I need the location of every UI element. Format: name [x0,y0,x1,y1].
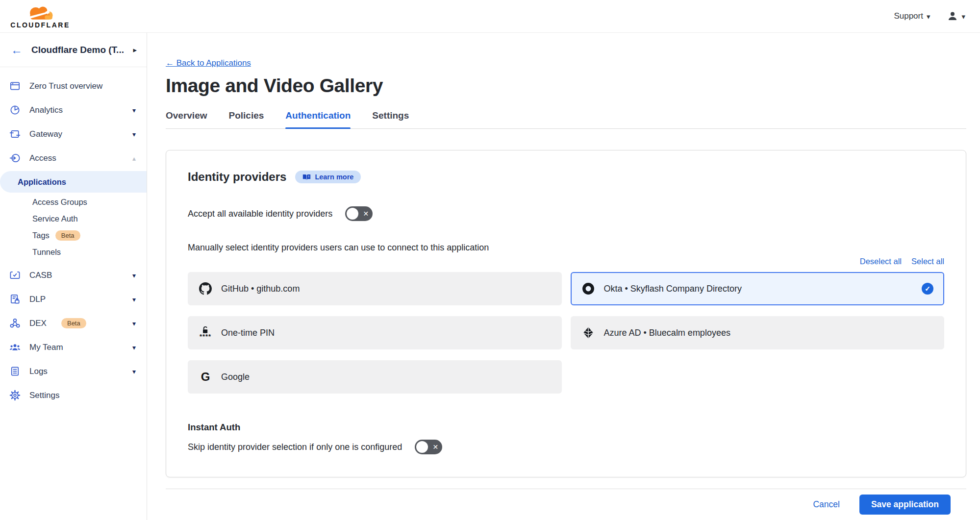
tab-policies[interactable]: Policies [229,110,264,128]
sidebar-item-label: Access [29,153,56,163]
support-menu[interactable]: Support ▾ [894,11,930,21]
card-header: Identity providers Learn more [188,170,944,184]
gear-icon [9,390,21,401]
learn-more-button[interactable]: Learn more [295,171,361,183]
chevron-down-icon: ▾ [132,272,136,279]
chevron-down-icon: ▾ [132,320,136,327]
idp-tile-github[interactable]: GitHub • github.com [188,272,562,305]
beta-badge: Beta [55,230,80,241]
toggle-off-icon: ✕ [363,210,369,217]
access-icon [9,152,21,164]
window-icon [9,80,21,92]
user-menu[interactable]: ▾ [947,10,965,22]
sidebar-item-label: My Team [29,343,63,352]
sidebar-item-label: Tags [32,231,50,240]
save-application-button[interactable]: Save application [859,495,951,515]
tab-settings[interactable]: Settings [372,110,409,128]
idp-label: Azure AD • Bluecalm employees [604,328,730,338]
sidebar-item-label: DLP [29,295,46,304]
sidebar-item-logs[interactable]: Logs ▾ [0,359,147,383]
back-to-applications-link[interactable]: ← Back to Applications [166,58,251,68]
idp-tile-google[interactable]: G Google [188,360,562,394]
idp-label: Google [221,372,250,382]
idp-label: GitHub • github.com [221,284,300,294]
sidebar-item-label: Zero Trust overview [29,81,102,91]
sidebar-item-my-team[interactable]: My Team ▾ [0,335,147,359]
sidebar-item-analytics[interactable]: Analytics ▾ [0,98,147,122]
okta-icon [581,282,595,295]
access-subnav: Applications Access Groups Service Auth … [0,171,147,260]
accept-all-label: Accept all available identity providers [188,209,332,219]
sidebar-item-label: Access Groups [32,198,87,207]
identity-provider-grid: GitHub • github.com Okta • Skyflash Comp… [188,272,944,394]
analytics-icon [9,104,21,116]
azure-ad-icon [581,326,595,339]
sidebar-item-label: Gateway [29,129,62,139]
sidebar-item-zero-trust-overview[interactable]: Zero Trust overview [0,74,147,98]
pin-stars: **** [200,333,211,340]
casb-icon [9,270,21,281]
sidebar: ← Cloudflare Demo (T... ▸ Zero Trust ove… [0,33,147,520]
support-label: Support [894,11,923,21]
sidebar-item-tunnels[interactable]: Tunnels [15,244,147,260]
sidebar-item-access[interactable]: Access ▴ [0,146,147,170]
instant-auth-label: Skip identity provider selection if only… [188,442,402,452]
chevron-up-icon: ▴ [132,154,136,162]
accept-all-row: Accept all available identity providers … [188,206,944,221]
select-all-link[interactable]: Select all [911,257,944,266]
cloudflare-logo[interactable]: CLOUDFLARE [9,4,72,29]
chevron-down-icon: ▾ [132,344,136,351]
sidebar-item-tags[interactable]: Tags Beta [15,227,147,244]
idp-tile-azure-ad[interactable]: Azure AD • Bluecalm employees [571,316,945,349]
tab-bar: Overview Policies Authentication Setting… [166,110,966,129]
toggle-knob [347,208,358,220]
user-icon [947,10,958,22]
sidebar-nav: Zero Trust overview Analytics ▾ Gateway [0,67,147,407]
chevron-down-icon: ▾ [132,130,136,138]
team-icon [9,342,21,353]
logo-wordmark: CLOUDFLARE [10,21,70,29]
chevron-right-icon[interactable]: ▸ [133,46,137,54]
chevron-down-icon: ▾ [132,368,136,375]
instant-auth-row: Skip identity provider selection if only… [188,440,944,454]
chevron-down-icon: ▾ [132,296,136,303]
sidebar-item-dlp[interactable]: DLP ▾ [0,287,147,311]
chevron-down-icon: ▾ [132,106,136,114]
deselect-all-link[interactable]: Deselect all [860,257,902,266]
cancel-button[interactable]: Cancel [813,499,839,510]
gateway-icon [9,128,21,140]
sidebar-item-settings[interactable]: Settings [0,383,147,407]
sidebar-item-label: Service Auth [32,214,78,223]
idp-tile-okta[interactable]: Okta • Skyflash Company Directory ✓ [571,272,945,305]
tab-authentication[interactable]: Authentication [285,110,351,128]
github-icon [199,282,212,295]
sidebar-item-label: Settings [29,391,59,400]
one-time-pin-icon: **** [199,325,212,340]
toggle-off-icon: ✕ [433,444,439,450]
sidebar-item-casb[interactable]: CASB ▾ [0,263,147,287]
accept-all-toggle[interactable]: ✕ [345,206,373,221]
sidebar-item-service-auth[interactable]: Service Auth [15,210,147,227]
idp-label: One-time PIN [221,328,275,338]
main-content: ← Back to Applications Image and Video G… [147,33,980,520]
selected-check-icon: ✓ [922,283,933,295]
account-name[interactable]: Cloudflare Demo (T... [31,45,124,55]
sidebar-item-label: Applications [18,177,66,187]
logs-icon [9,366,21,377]
sidebar-item-access-groups[interactable]: Access Groups [15,194,147,210]
sidebar-item-applications[interactable]: Applications [0,171,147,193]
form-footer: Cancel Save application [166,489,966,520]
tab-overview[interactable]: Overview [166,110,207,128]
back-arrow-icon[interactable]: ← [11,44,23,56]
chevron-down-icon: ▾ [961,13,965,20]
sidebar-item-label: DEX [29,319,47,328]
learn-more-label: Learn more [315,173,353,181]
instant-auth-toggle[interactable]: ✕ [415,440,442,454]
sidebar-item-gateway[interactable]: Gateway ▾ [0,122,147,146]
dex-icon [9,318,21,329]
topbar-actions: Support ▾ ▾ [894,10,965,22]
idp-tile-one-time-pin[interactable]: **** One-time PIN [188,316,562,349]
instant-auth-heading: Instant Auth [188,422,944,433]
google-g-glyph: G [201,370,210,384]
sidebar-item-dex[interactable]: DEX Beta ▾ [0,311,147,335]
